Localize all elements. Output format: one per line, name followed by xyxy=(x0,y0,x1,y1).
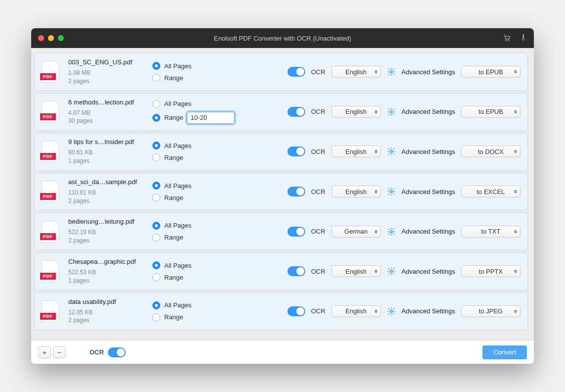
cart-icon[interactable] xyxy=(503,34,511,43)
all-pages-radio[interactable]: All Pages xyxy=(152,301,236,309)
language-value: English xyxy=(345,307,367,315)
range-radio[interactable]: Range xyxy=(152,114,183,122)
ocr-label: OCR xyxy=(311,108,326,115)
range-radio[interactable]: Range xyxy=(152,74,183,82)
range-radio[interactable]: Range xyxy=(152,313,183,321)
svg-point-6 xyxy=(390,230,392,233)
format-select[interactable]: to EPUB xyxy=(461,106,520,118)
format-select[interactable]: to PPTX xyxy=(461,265,520,277)
format-select[interactable]: to EXCEL xyxy=(461,186,520,197)
file-name: 9 tips for s…Insider.pdf xyxy=(68,138,145,146)
gear-icon[interactable] xyxy=(387,227,396,236)
caret-icon xyxy=(375,230,377,233)
file-row: 6 methods…lection.pdf 4.07 MB 30 pages A… xyxy=(34,93,528,131)
radio-bullet xyxy=(152,313,160,321)
all-pages-radio[interactable]: All Pages xyxy=(152,142,236,149)
svg-point-5 xyxy=(390,191,392,193)
gear-icon[interactable] xyxy=(387,307,396,316)
ocr-toggle[interactable] xyxy=(287,227,305,237)
range-label: Range xyxy=(164,114,183,121)
svg-point-8 xyxy=(390,310,392,313)
global-ocr-toggle[interactable] xyxy=(108,347,126,357)
advanced-settings-label: Advanced Settings xyxy=(402,68,455,76)
language-select[interactable]: English xyxy=(331,146,381,157)
advanced-settings-label: Advanced Settings xyxy=(402,228,455,235)
gear-icon[interactable] xyxy=(387,187,396,196)
file-size: 4.07 MB xyxy=(68,109,147,117)
language-select[interactable]: English xyxy=(331,305,381,317)
svg-point-2 xyxy=(390,71,392,73)
language-select[interactable]: English xyxy=(331,66,381,78)
caret-icon xyxy=(514,190,517,194)
file-pages: 2 pages xyxy=(68,197,147,205)
range-radio[interactable]: Range xyxy=(152,273,183,281)
close-window-button[interactable] xyxy=(38,35,44,41)
ocr-toggle[interactable] xyxy=(287,147,305,156)
format-select[interactable]: to DOCX xyxy=(461,146,520,157)
file-row: 003_SC_ENG_US.pdf 1.08 MB 2 pages All Pa… xyxy=(34,53,528,91)
range-input[interactable] xyxy=(187,112,235,124)
caret-icon xyxy=(375,190,377,194)
format-value: to DOCX xyxy=(478,148,504,155)
range-radio[interactable]: Range xyxy=(152,234,183,242)
file-info: Chesapea…graphic.pdf 522.53 KB 1 pages xyxy=(68,258,147,285)
ocr-toggle[interactable] xyxy=(287,67,305,77)
ocr-toggle[interactable] xyxy=(287,107,305,117)
convert-button[interactable]: Convert xyxy=(482,345,527,359)
caret-icon xyxy=(514,150,517,153)
remove-file-button[interactable]: − xyxy=(53,346,66,358)
caret-icon xyxy=(375,309,377,313)
all-pages-radio[interactable]: All Pages xyxy=(152,222,236,230)
minimize-window-button[interactable] xyxy=(48,35,54,41)
ocr-label: OCR xyxy=(311,68,326,76)
all-pages-radio[interactable]: All Pages xyxy=(152,261,236,269)
language-select[interactable]: German xyxy=(331,226,381,238)
file-info: ast_sci_da…sample.pdf 110.81 KB 2 pages xyxy=(68,178,147,205)
gear-icon[interactable] xyxy=(387,107,396,116)
file-size: 522.53 KB xyxy=(68,268,147,277)
caret-icon xyxy=(514,70,517,74)
file-name: bedienung…leitung.pdf xyxy=(68,218,145,225)
gear-icon[interactable] xyxy=(387,67,396,76)
language-select[interactable]: English xyxy=(331,265,381,277)
format-select[interactable]: to TXT xyxy=(461,226,520,238)
caret-icon xyxy=(514,110,517,113)
language-value: English xyxy=(345,268,367,275)
gear-icon[interactable] xyxy=(387,147,396,156)
fullscreen-window-button[interactable] xyxy=(58,35,64,41)
format-value: to JPEG xyxy=(479,307,503,315)
all-pages-label: All Pages xyxy=(164,100,191,107)
thermometer-icon[interactable] xyxy=(519,34,527,43)
radio-bullet xyxy=(152,194,160,201)
add-file-button[interactable]: + xyxy=(38,346,51,358)
svg-point-4 xyxy=(390,150,392,153)
language-select[interactable]: English xyxy=(331,106,381,118)
all-pages-label: All Pages xyxy=(164,62,191,70)
language-value: English xyxy=(345,188,367,196)
pdf-file-icon xyxy=(42,141,59,162)
ocr-toggle[interactable] xyxy=(287,306,305,316)
titlebar: Enolsoft PDF Converter with OCR (Unactiv… xyxy=(31,28,534,48)
file-pages: 2 pages xyxy=(68,316,147,325)
caret-icon xyxy=(514,270,517,273)
file-info: data usability.pdf 12.05 KB 2 pages xyxy=(68,298,147,325)
format-select[interactable]: to EPUB xyxy=(461,66,520,78)
all-pages-radio[interactable]: All Pages xyxy=(152,100,236,108)
format-value: to EPUB xyxy=(478,68,503,76)
pdf-file-icon xyxy=(42,61,59,83)
all-pages-label: All Pages xyxy=(164,262,191,269)
ocr-toggle[interactable] xyxy=(287,187,305,196)
range-radio[interactable]: Range xyxy=(152,153,183,161)
pdf-file-icon xyxy=(42,101,59,123)
gear-icon[interactable] xyxy=(387,267,396,276)
file-info: 003_SC_ENG_US.pdf 1.08 MB 2 pages xyxy=(68,58,147,86)
ocr-label: OCR xyxy=(311,268,326,275)
caret-icon xyxy=(375,270,377,273)
all-pages-radio[interactable]: All Pages xyxy=(152,182,236,190)
range-radio[interactable]: Range xyxy=(152,194,183,201)
all-pages-radio[interactable]: All Pages xyxy=(152,62,236,70)
ocr-toggle[interactable] xyxy=(287,266,305,276)
file-size: 1.08 MB xyxy=(68,69,147,77)
language-select[interactable]: English xyxy=(331,186,381,197)
format-select[interactable]: to JPEG xyxy=(461,305,520,317)
